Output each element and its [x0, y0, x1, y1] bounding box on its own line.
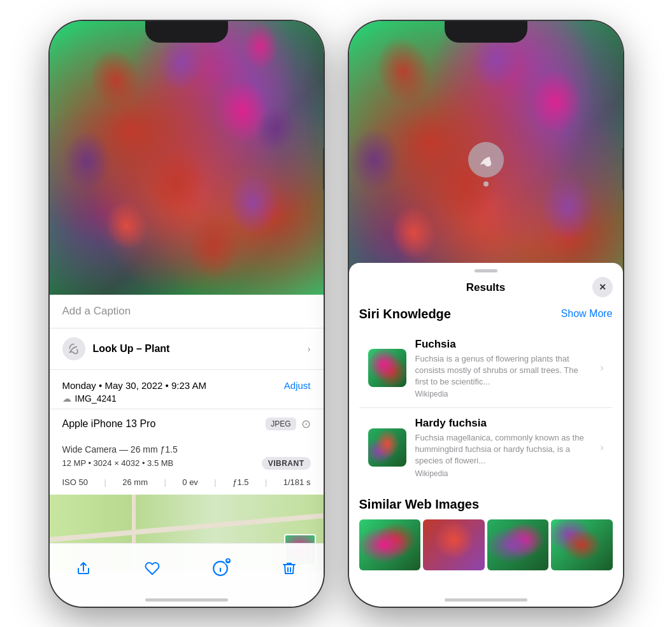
- similar-grid: [359, 519, 613, 570]
- show-more-button[interactable]: Show More: [561, 308, 613, 320]
- info-section: Look Up – Plant › Monday • May 30, 2022 …: [50, 328, 324, 571]
- camera-name: Apple iPhone 13 Pro: [62, 418, 156, 430]
- results-header: Results ✕: [349, 272, 623, 302]
- flower-photo: [50, 21, 324, 295]
- fuchsia-source: Wikipedia: [415, 390, 592, 398]
- fuchsia-title: Fuchsia: [415, 338, 592, 351]
- notch: [145, 21, 228, 43]
- caption-placeholder: Add a Caption: [62, 305, 131, 317]
- results-title: Results: [466, 281, 505, 294]
- like-button[interactable]: [138, 554, 166, 582]
- lookup-chevron: ›: [308, 344, 311, 354]
- vibrant-badge: VIBRANT: [262, 457, 311, 470]
- iso-value: ISO 50: [62, 477, 88, 487]
- info-button[interactable]: ✦: [206, 554, 234, 582]
- left-phone: Add a Caption Look Up – Plant ›: [50, 21, 324, 607]
- shutter-speed: 1/181 s: [283, 477, 311, 487]
- location-icon: ⊙: [301, 417, 311, 431]
- hardy-info: Hardy fuchsia Fuchsia magellanica, commo…: [415, 417, 592, 478]
- fuchsia-thumbnail: [368, 349, 406, 387]
- siri-section-title: Siri Knowledge: [359, 307, 451, 321]
- hardy-title: Hardy fuchsia: [415, 417, 592, 430]
- similar-image-2[interactable]: [423, 519, 485, 570]
- jpeg-badge: JPEG: [266, 418, 296, 430]
- hardy-source: Wikipedia: [415, 469, 592, 478]
- similar-section: Similar Web Images: [359, 497, 613, 570]
- lens-text: Wide Camera — 26 mm ƒ1.5: [62, 444, 311, 454]
- focal-length: 26 mm: [122, 477, 148, 487]
- hardy-description: Fuchsia magellanica, commonly known as t…: [415, 432, 592, 467]
- visual-lookup-badge[interactable]: [468, 142, 504, 178]
- exif-row: ISO 50 | 26 mm | 0 ev | ƒ1.5 | 1/181 s: [50, 472, 324, 495]
- siri-knowledge-header: Siri Knowledge Show More: [359, 302, 613, 329]
- bottom-toolbar: ✦: [50, 543, 324, 607]
- similar-image-3[interactable]: [487, 519, 549, 570]
- right-home-indicator: [445, 598, 527, 602]
- mp-text: 12 MP • 3024 × 4032 • 3.5 MB: [62, 458, 174, 468]
- date-row: Monday • May 30, 2022 • 9:23 AM Adjust ☁…: [50, 370, 324, 409]
- lookup-icon: [62, 337, 85, 360]
- lens-row: Wide Camera — 26 mm ƒ1.5 12 MP • 3024 × …: [50, 439, 324, 472]
- cloud-icon: ☁: [62, 393, 71, 404]
- left-screen: Add a Caption Look Up – Plant ›: [50, 21, 324, 607]
- fuchsia-chevron: ›: [600, 362, 603, 374]
- lookup-row[interactable]: Look Up – Plant ›: [50, 328, 324, 370]
- lookup-label: Look Up – Plant: [93, 343, 170, 355]
- vl-dot: [483, 181, 489, 187]
- adjust-button[interactable]: Adjust: [284, 380, 311, 391]
- knowledge-item-fuchsia[interactable]: Fuchsia Fuchsia is a genus of flowering …: [359, 329, 613, 409]
- right-notch: [445, 21, 527, 43]
- map-road-h: [50, 513, 323, 542]
- image-filename: IMG_4241: [75, 393, 117, 404]
- knowledge-card: Fuchsia Fuchsia is a genus of flowering …: [359, 329, 613, 487]
- aperture-value: ƒ1.5: [232, 477, 248, 487]
- camera-row: Apple iPhone 13 Pro JPEG ⊙: [50, 409, 324, 439]
- results-content[interactable]: Siri Knowledge Show More Fuchsia Fuchsia…: [349, 302, 623, 607]
- ev-value: 0 ev: [182, 477, 198, 487]
- share-button[interactable]: [69, 554, 97, 582]
- fuchsia-description: Fuchsia is a genus of flowering plants t…: [415, 353, 592, 388]
- results-panel: Results ✕ Siri Knowledge Show More Fuchs…: [349, 263, 623, 607]
- similar-image-4[interactable]: [551, 519, 613, 570]
- knowledge-item-hardy[interactable]: Hardy fuchsia Fuchsia magellanica, commo…: [359, 408, 613, 487]
- hardy-thumbnail: [368, 428, 406, 467]
- close-button[interactable]: ✕: [592, 277, 613, 297]
- visual-lookup-overlay[interactable]: [468, 142, 504, 187]
- date-text: Monday • May 30, 2022 • 9:23 AM: [62, 380, 206, 391]
- fuchsia-info: Fuchsia Fuchsia is a genus of flowering …: [415, 338, 592, 399]
- photo-area[interactable]: [50, 21, 324, 295]
- delete-button[interactable]: [275, 554, 303, 582]
- home-indicator: [145, 598, 228, 602]
- right-screen: Results ✕ Siri Knowledge Show More Fuchs…: [349, 21, 623, 607]
- right-phone: Results ✕ Siri Knowledge Show More Fuchs…: [349, 21, 623, 607]
- similar-image-1[interactable]: [359, 519, 421, 570]
- similar-title: Similar Web Images: [359, 497, 613, 512]
- caption-area[interactable]: Add a Caption: [50, 295, 324, 328]
- hardy-chevron: ›: [600, 442, 603, 453]
